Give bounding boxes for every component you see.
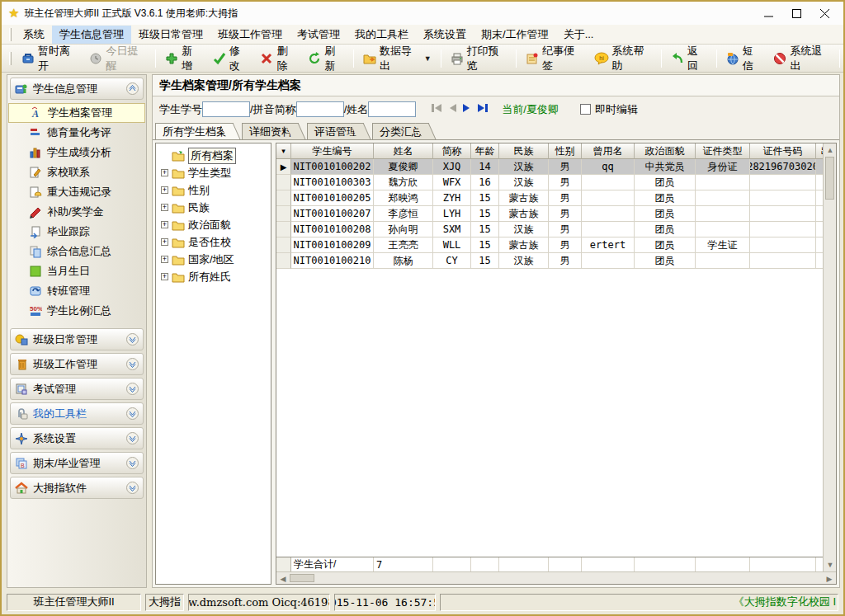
sidebar-item-class-transfer[interactable]: 转班管理	[7, 281, 146, 301]
sidebar-item-graduation-tracking[interactable]: 毕业跟踪	[7, 222, 146, 242]
sidebar-group-class-work[interactable]: 班级工作管理	[10, 353, 144, 375]
tree-node-7[interactable]: +所有姓氏	[158, 268, 269, 285]
memo-button[interactable]: 纪事便签	[520, 40, 588, 77]
last-record-button[interactable]	[477, 103, 489, 115]
sidebar-group-dmz-software[interactable]: 大拇指软件	[10, 477, 144, 499]
collapse-chevron-icon[interactable]	[126, 82, 139, 95]
tree-expand-icon[interactable]: +	[161, 169, 168, 176]
name-input[interactable]	[368, 101, 416, 117]
tab-2[interactable]: 评语管理	[307, 123, 361, 139]
exit-button[interactable]: 系统退出	[767, 40, 835, 77]
tab-3[interactable]: 分类汇总	[372, 123, 426, 139]
back-button[interactable]: 返回	[665, 40, 713, 77]
expand-chevron-icon[interactable]	[126, 432, 139, 444]
expand-chevron-icon[interactable]	[126, 482, 139, 494]
tree-expand-icon[interactable]: +	[161, 238, 168, 246]
sms-button[interactable]: 短信	[720, 40, 768, 77]
tree-node-3[interactable]: +民族	[158, 199, 269, 216]
table-row[interactable]: NIT0010100303魏方欣WFX16汉族男团员1986	[276, 175, 823, 190]
sidebar-item-birthday-month[interactable]: 当月生日	[7, 261, 146, 281]
tree-node-4[interactable]: +政治面貌	[158, 216, 269, 233]
table-row[interactable]: ▶NIT0010100202夏俊卿XJQ14汉族男qq中共党员身份证282196…	[276, 159, 823, 175]
tab-0[interactable]: 所有学生档案	[155, 123, 230, 139]
sidebar-group-term-end[interactable]: B期末/毕业管理	[10, 452, 144, 474]
reminder-button[interactable]: 今日提醒	[83, 40, 151, 77]
expand-chevron-icon[interactable]	[126, 383, 139, 395]
sidebar-item-score-analysis[interactable]: 学生成绩分析	[7, 143, 146, 162]
tree-expand-icon[interactable]: +	[161, 273, 168, 280]
column-header-1[interactable]: 姓名	[374, 143, 433, 159]
table-row[interactable]: NIT0010100205郑映鸿ZYH15蒙古族男团员1986	[276, 190, 823, 206]
column-header-5[interactable]: 性别	[549, 143, 582, 159]
table-row[interactable]: NIT0010100209王亮亮WLL15蒙古族男ertert团员学生证1986	[276, 237, 823, 253]
tab-1[interactable]: 详细资料	[242, 123, 295, 139]
tree-expand-icon[interactable]: +	[161, 186, 168, 194]
column-header-7[interactable]: 政治面貌	[635, 143, 696, 159]
tree-node-0[interactable]: 所有档案	[158, 147, 269, 164]
sidebar-item-subsidy-scholarship[interactable]: 补助/奖学金	[7, 202, 146, 222]
vertical-scrollbar[interactable]: ▲ ▼	[823, 143, 836, 571]
column-header-9[interactable]: 证件号码	[750, 143, 816, 159]
print-preview-button[interactable]: 打印预览	[445, 40, 512, 77]
expand-chevron-icon[interactable]	[126, 358, 139, 370]
table-row[interactable]: NIT0010100207李彦恒LYH15蒙古族男团员1986	[276, 206, 823, 222]
edit-button[interactable]: 修改	[207, 40, 255, 77]
cell: ertert	[582, 237, 635, 253]
tree-expand-icon[interactable]: +	[161, 221, 168, 228]
column-header-8[interactable]: 证件类型	[696, 143, 750, 159]
scroll-left-icon[interactable]: ◀	[276, 572, 290, 585]
sidebar-group-exam-management[interactable]: 考试管理	[10, 378, 144, 400]
scroll-down-icon[interactable]: ▼	[824, 558, 837, 571]
column-header-6[interactable]: 曾用名	[582, 143, 635, 159]
tree-node-6[interactable]: +国家/地区	[158, 251, 269, 268]
scroll-up-icon[interactable]: ▲	[824, 143, 837, 157]
table-row[interactable]: NIT0010100210陈杨CY15汉族男团员1986	[276, 253, 823, 269]
vscroll-thumb[interactable]	[825, 157, 834, 200]
sidebar-item-home-school-contact[interactable]: 家校联系	[7, 162, 146, 182]
column-header-10[interactable]: 出生日期	[816, 143, 823, 159]
next-record-button[interactable]	[462, 103, 472, 115]
grid-selector-header[interactable]: ▾	[276, 143, 291, 159]
minimize-button[interactable]	[754, 4, 782, 22]
sidebar-item-info-summary[interactable]: 综合信息汇总	[7, 242, 146, 261]
help-button[interactable]: hi系统帮助	[588, 40, 658, 77]
row-selector	[276, 237, 291, 253]
tree-node-5[interactable]: +是否住校	[158, 233, 269, 251]
column-header-0[interactable]: 学生编号	[291, 143, 374, 159]
sidebar-group-system-settings[interactable]: 系统设置	[10, 427, 144, 449]
tree-expand-icon[interactable]: +	[161, 204, 168, 211]
add-button[interactable]: 新增	[159, 40, 207, 77]
first-record-button[interactable]	[431, 103, 442, 115]
instant-edit-checkbox[interactable]	[580, 104, 591, 115]
maximize-button[interactable]	[782, 4, 810, 22]
expand-chevron-icon[interactable]	[126, 457, 139, 469]
delete-button[interactable]: 删除	[254, 40, 302, 77]
expand-chevron-icon[interactable]	[126, 407, 139, 420]
data-export-button[interactable]: 数据导出▼	[357, 40, 437, 77]
dropdown-arrow-icon[interactable]: ▼	[424, 54, 432, 63]
tree-node-2[interactable]: +性别	[158, 181, 269, 199]
student-id-input[interactable]	[202, 101, 250, 117]
column-header-4[interactable]: 民族	[499, 143, 549, 159]
hscroll-thumb[interactable]	[290, 574, 314, 582]
sidebar-item-violation-record[interactable]: 重大违规记录	[7, 182, 146, 202]
sidebar-group-my-toolbar[interactable]: 我的工具栏	[10, 402, 144, 425]
column-header-3[interactable]: 年龄	[471, 143, 499, 159]
prev-record-button[interactable]	[447, 103, 457, 115]
tree-node-1[interactable]: +学生类型	[158, 164, 269, 181]
horizontal-scrollbar[interactable]: ◀ ▶	[276, 571, 836, 584]
close-button[interactable]	[810, 4, 838, 22]
leave-button[interactable]: 暂时离开	[16, 40, 83, 77]
table-row[interactable]: NIT0010100208孙向明SXM15汉族男团员1986	[276, 222, 823, 237]
sidebar-item-moral-evaluation[interactable]: 德育量化考评	[7, 123, 146, 143]
sidebar-item-student-ratio[interactable]: 50%学生比例汇总	[7, 301, 146, 321]
sidebar-group-class-daily[interactable]: 班级日常管理	[10, 328, 144, 350]
pinyin-input[interactable]	[296, 101, 344, 117]
refresh-button[interactable]: 刷新	[302, 40, 350, 77]
column-header-2[interactable]: 简称	[433, 143, 471, 159]
tree-expand-icon[interactable]: +	[161, 256, 168, 263]
sidebar-group-student-info[interactable]: 学生信息管理	[10, 78, 144, 100]
sidebar-item-student-archive[interactable]: A学生档案管理	[8, 103, 145, 123]
scroll-right-icon[interactable]: ▶	[823, 572, 836, 585]
expand-chevron-icon[interactable]	[126, 333, 139, 346]
